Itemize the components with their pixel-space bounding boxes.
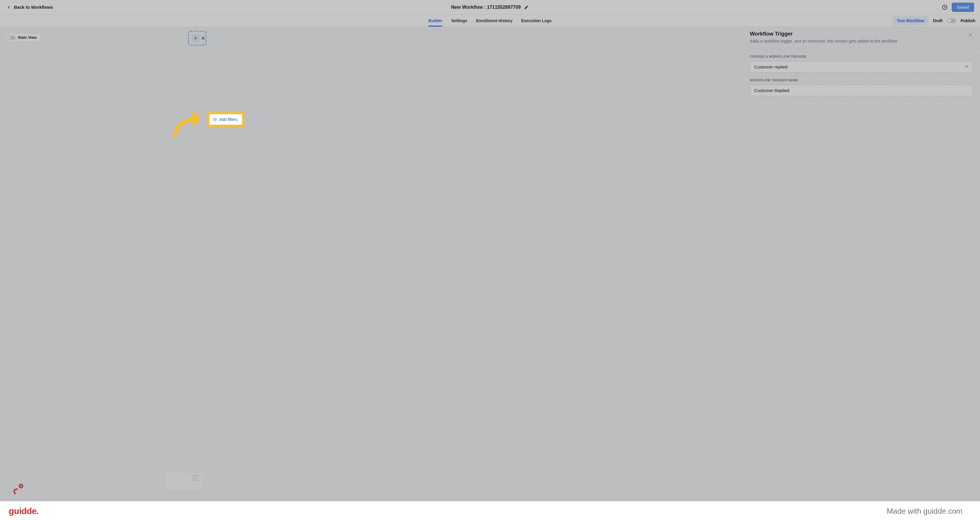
- guidde-logo: guidde.: [9, 506, 39, 516]
- app-badge[interactable]: 9: [13, 485, 23, 495]
- canvas-minimap[interactable]: [165, 473, 203, 489]
- tab-settings[interactable]: Settings: [451, 14, 467, 27]
- drawer-subtitle: Adds a workflow trigger, and on executio…: [750, 39, 897, 43]
- back-label: Back to Workflows: [14, 5, 53, 10]
- publish-label: Publish: [961, 18, 975, 23]
- publish-toggle[interactable]: [947, 18, 956, 23]
- plus-icon: [192, 34, 199, 42]
- tab-builder[interactable]: Builder: [428, 14, 442, 27]
- workflow-canvas[interactable]: Stats View A Workflow Trigger Adds a wor…: [0, 27, 980, 501]
- trigger-drawer: Workflow Trigger Adds a workflow trigger…: [750, 31, 980, 501]
- badge-count: 9: [19, 484, 23, 488]
- back-to-workflows[interactable]: Back to Workflows: [6, 4, 451, 10]
- stats-view-toggle[interactable]: [7, 35, 16, 40]
- stats-view-label: Stats View: [18, 35, 37, 40]
- drawer-title: Workflow Trigger: [750, 31, 897, 37]
- add-filters-label: Add filters: [220, 117, 237, 122]
- tab-execution-logs[interactable]: Execution Logs: [521, 14, 552, 27]
- tab-enrollment-history[interactable]: Enrollment History: [476, 14, 512, 27]
- pencil-icon[interactable]: [524, 5, 529, 10]
- saved-button[interactable]: Saved: [952, 3, 974, 12]
- choose-trigger-label: CHOOSE A WORKFLOW TRIGGER: [750, 55, 973, 58]
- app-header: Back to Workflows New Workflow : 1711552…: [0, 0, 980, 14]
- trigger-select[interactable]: Customer replied: [750, 61, 973, 73]
- chevron-down-icon: [964, 64, 969, 69]
- made-with-label: Made with guidde.com: [887, 507, 963, 516]
- stats-view-pill[interactable]: Stats View: [5, 33, 41, 41]
- plus-circle-icon: [213, 118, 217, 121]
- add-trigger-node[interactable]: A: [188, 31, 206, 45]
- annotation-arrow-icon: [170, 112, 208, 139]
- trigger-name-label: WORKFLOW TRIGGER NAME: [750, 78, 973, 82]
- trigger-name-input[interactable]: [750, 85, 973, 96]
- trigger-select-value: Customer replied: [754, 64, 788, 69]
- add-filters-button[interactable]: Add filters: [207, 112, 244, 127]
- app-badge-icon: [13, 488, 21, 496]
- close-icon[interactable]: [968, 32, 973, 37]
- tabs-bar: Builder Settings Enrollment History Exec…: [0, 14, 980, 27]
- chevron-left-icon: [6, 4, 12, 10]
- workflow-title: New Workflow : 1711552897709: [451, 5, 521, 10]
- history-icon[interactable]: [942, 4, 948, 10]
- trigger-node-letter: A: [202, 36, 205, 40]
- footer: guidde. Made with guidde.com: [0, 501, 980, 521]
- test-workflow-button[interactable]: Test Workflow: [892, 16, 928, 25]
- draft-label: Draft: [933, 18, 943, 23]
